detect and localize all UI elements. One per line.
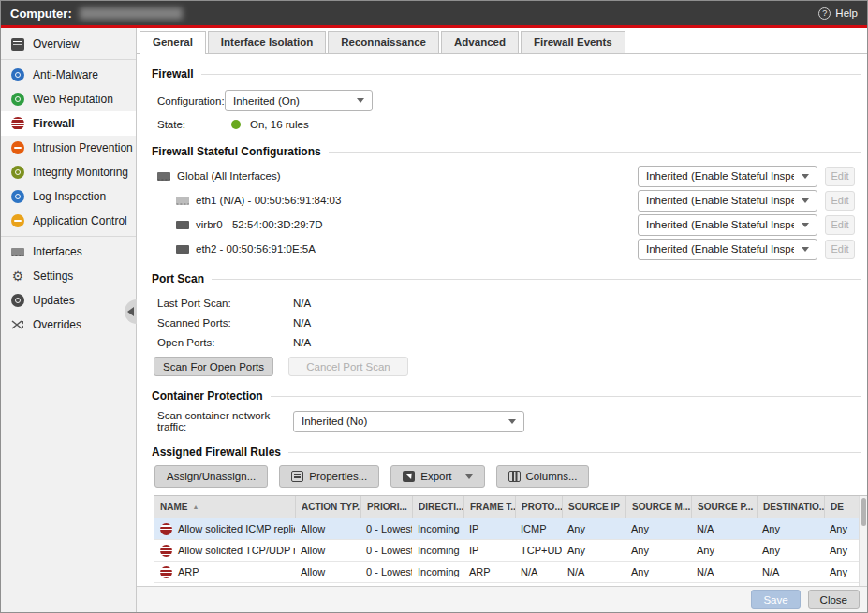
edit-button[interactable]: Edit	[825, 240, 855, 259]
scanned-ports-row: Scanned Ports: N/A	[157, 313, 867, 332]
scan-for-open-ports-button[interactable]: Scan For Open Ports	[154, 357, 273, 376]
column-header-destination-mac[interactable]: DE	[824, 496, 859, 518]
sidebar-item-web-reputation[interactable]: Web Reputation	[1, 87, 136, 111]
columns-button[interactable]: Columns...	[496, 465, 590, 488]
stateful-config-select[interactable]: Inherited (Enable Stateful Inspection)	[638, 166, 817, 187]
section-title: Port Scan	[152, 272, 204, 285]
stateful-section-heading: Firewall Stateful Configurations	[152, 145, 867, 158]
firewall-rule-icon	[160, 523, 172, 535]
section-title: Assigned Firewall Rules	[152, 445, 281, 459]
state-row: State: On, 16 rules	[157, 119, 867, 130]
container-traffic-value: Inherited (No)	[302, 416, 501, 427]
columns-icon	[508, 471, 521, 482]
firewall-rules-table: NAME ▲ ACTION TYP... PRIORI... DIRECTI..…	[154, 495, 867, 586]
stateful-config-select[interactable]: Inherited (Enable Stateful Inspection)	[638, 239, 817, 260]
sidebar-item-interfaces[interactable]: Interfaces	[1, 240, 136, 264]
table-header-row: NAME ▲ ACTION TYP... PRIORI... DIRECTI..…	[154, 496, 859, 518]
sidebar-item-label: Overrides	[33, 318, 81, 331]
stateful-config-select[interactable]: Inherited (Enable Stateful Inspection)	[638, 190, 817, 212]
sidebar-item-intrusion-prevention[interactable]: Intrusion Prevention	[1, 136, 136, 160]
sidebar-item-overview[interactable]: Overview	[1, 32, 136, 56]
sidebar-item-label: Firewall	[33, 117, 75, 130]
sidebar-separator	[1, 59, 136, 60]
sidebar-item-settings[interactable]: ⚙ Settings	[1, 264, 136, 288]
column-header-name[interactable]: NAME ▲	[154, 496, 295, 518]
chevron-down-icon	[802, 223, 809, 227]
export-button[interactable]: Export	[390, 465, 484, 488]
column-header-action-type[interactable]: ACTION TYP...	[295, 496, 360, 518]
sidebar-item-label: Anti-Malware	[33, 68, 98, 81]
sidebar-item-updates[interactable]: Updates	[1, 288, 136, 313]
close-button[interactable]: Close	[808, 590, 860, 609]
stateful-config-select[interactable]: Inherited (Enable Stateful Inspection)	[638, 214, 817, 236]
sidebar-item-integrity-monitoring[interactable]: Integrity Monitoring	[1, 160, 136, 184]
table-row[interactable]: ARP Allow 0 - Lowest Incoming ARP N/A N/…	[154, 562, 859, 583]
interface-label: eth2 - 00:50:56:91:0E:5A	[196, 243, 316, 255]
stateful-row-virbr0: virbr0 - 52:54:00:3D:29:7D Inherited (En…	[157, 212, 867, 237]
stateful-config-value: Inherited (Enable Stateful Inspection)	[646, 195, 794, 206]
stateful-config-value: Inherited (Enable Stateful Inspection)	[646, 219, 794, 230]
edit-button[interactable]: Edit	[825, 215, 855, 235]
main-panel: General Interface Isolation Reconnaissan…	[137, 28, 867, 612]
assign-unassign-button[interactable]: Assign/Unassign...	[154, 465, 268, 488]
save-button[interactable]: Save	[751, 590, 800, 609]
sidebar-item-log-inspection[interactable]: Log Inspection	[1, 184, 136, 209]
tab-general[interactable]: General	[140, 31, 206, 54]
tab-interface-isolation[interactable]: Interface Isolation	[208, 31, 326, 53]
edit-button[interactable]: Edit	[825, 191, 855, 211]
tab-reconnaissance[interactable]: Reconnaissance	[328, 31, 439, 53]
cancel-port-scan-button[interactable]: Cancel Port Scan	[288, 357, 408, 376]
rule-name: Allow solicited ICMP replies	[178, 523, 295, 534]
updates-icon	[11, 294, 24, 307]
sidebar-item-overrides[interactable]: Overrides	[1, 313, 136, 337]
chevron-left-icon	[127, 307, 134, 316]
web-reputation-icon	[11, 93, 24, 106]
container-traffic-select[interactable]: Inherited (No)	[293, 411, 524, 432]
field-value: N/A	[293, 337, 311, 348]
interface-label: virbr0 - 52:54:00:3D:29:7D	[196, 219, 323, 230]
stateful-row-eth2: eth2 - 00:50:56:91:0E:5A Inherited (Enab…	[157, 237, 867, 261]
interface-label: eth1 (N/A) - 00:50:56:91:84:03	[196, 195, 341, 206]
column-header-source-port[interactable]: SOURCE P...	[691, 496, 757, 518]
column-header-source-ip[interactable]: SOURCE IP	[562, 496, 625, 518]
firewall-icon	[11, 117, 24, 130]
sidebar: Overview Anti-Malware Web Reputation Fir…	[1, 28, 137, 612]
chevron-down-icon	[802, 174, 809, 179]
title-bar: Computer: ? Help	[1, 1, 867, 28]
sidebar-item-label: Intrusion Prevention	[33, 141, 133, 154]
export-icon	[403, 471, 415, 482]
sidebar-item-label: Interfaces	[33, 245, 82, 258]
table-row[interactable]: Allow solicited ICMP replies Allow 0 - L…	[154, 518, 859, 540]
column-header-protocol[interactable]: PROTO...	[515, 496, 562, 518]
table-row[interactable]: Allow solicited TCP/UDP replies Allow 0 …	[154, 540, 859, 562]
column-header-destination-ip[interactable]: DESTINATIO...	[757, 496, 824, 518]
stateful-config-value: Inherited (Enable Stateful Inspection)	[646, 170, 794, 182]
vertical-scrollbar[interactable]	[859, 496, 867, 586]
section-title: Firewall	[152, 67, 194, 80]
configuration-select[interactable]: Inherited (On)	[225, 90, 373, 111]
tab-advanced[interactable]: Advanced	[441, 31, 519, 53]
sidebar-item-anti-malware[interactable]: Anti-Malware	[1, 63, 136, 87]
vertical-scrollbar-thumb[interactable]	[861, 498, 866, 526]
field-label: Scanned Ports:	[157, 317, 293, 328]
container-protection-section-heading: Container Protection	[152, 389, 867, 402]
sidebar-separator	[1, 236, 136, 237]
field-label: Open Ports:	[157, 337, 293, 348]
state-label: State:	[157, 119, 225, 130]
sidebar-item-application-control[interactable]: Application Control	[1, 209, 136, 233]
firewall-rule-icon	[160, 566, 172, 578]
sidebar-item-firewall[interactable]: Firewall	[1, 111, 136, 136]
firewall-rule-icon	[160, 545, 172, 557]
properties-icon	[291, 471, 303, 482]
help-button[interactable]: ? Help	[818, 7, 858, 20]
column-header-priority[interactable]: PRIORI...	[360, 496, 412, 518]
properties-button[interactable]: Properties...	[279, 465, 379, 488]
column-header-direction[interactable]: DIRECTI...	[412, 496, 463, 518]
tab-firewall-events[interactable]: Firewall Events	[521, 31, 625, 53]
edit-button[interactable]: Edit	[825, 167, 855, 186]
stateful-row-global: Global (All Interfaces) Inherited (Enabl…	[157, 164, 867, 188]
sidebar-item-label: Integrity Monitoring	[33, 166, 128, 179]
column-header-frame-type[interactable]: FRAME T...	[463, 496, 515, 518]
column-header-source-mac[interactable]: SOURCE M...	[625, 496, 691, 518]
overview-icon	[11, 38, 24, 51]
